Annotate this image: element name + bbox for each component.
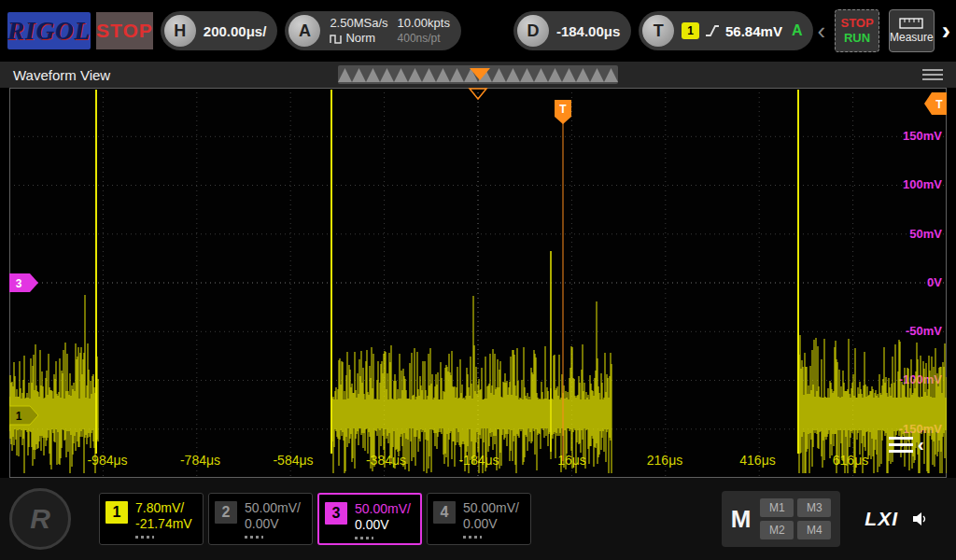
acquire-mode-icon	[330, 32, 342, 45]
trigger-source-badge: 1	[682, 22, 699, 39]
channel-3-scale: 50.00mV/	[355, 501, 411, 517]
math-m1-button[interactable]: M1	[760, 498, 794, 517]
a-icon: A	[288, 15, 320, 47]
trigger-status: A	[792, 22, 803, 39]
channel-1-offset: -21.74mV	[135, 516, 192, 532]
voltage-label: 50mV	[909, 227, 942, 241]
trigger-level-label: T	[935, 98, 943, 111]
sample-rate-value: 2.50MSa/s	[330, 16, 387, 31]
top-toolbar: RIGOL STOP H 200.00μs/ A 2.50MSa/s Norm …	[0, 0, 956, 62]
ch1-marker-label: 1	[16, 410, 22, 423]
channel-3-coupling-icon	[355, 537, 373, 539]
oscilloscope-screen: RIGOL STOP H 200.00μs/ A 2.50MSa/s Norm …	[0, 0, 956, 560]
trigger-settings-button[interactable]: T 1 56.84mV A	[639, 11, 813, 50]
time-label: -984μs	[87, 453, 127, 468]
math-m4-button[interactable]: M4	[797, 521, 831, 539]
delay-settings-button[interactable]: D -184.00μs	[513, 11, 631, 50]
rigol-badge-icon: R	[9, 488, 71, 550]
time-label: 416μs	[739, 453, 775, 468]
acquire-mode-value: Norm	[345, 31, 375, 46]
ruler-icon	[899, 18, 923, 29]
time-label: -584μs	[273, 453, 313, 468]
voltage-label: 0V	[927, 275, 942, 289]
horizontal-settings-button[interactable]: H 200.00μs/	[161, 11, 278, 50]
channel-4-box[interactable]: 4 50.00mV/ 0.00V	[427, 493, 531, 545]
channel-1-number: 1	[105, 501, 128, 524]
stop-label: STOP	[840, 16, 873, 31]
bottom-status-bar: R 1 7.80mV/ -21.74mV 2 50.00mV/ 0.00V 3 …	[0, 478, 956, 560]
acquisition-status: STOP	[96, 12, 153, 49]
channel-2-coupling-icon	[245, 536, 263, 539]
run-label: RUN	[844, 31, 870, 46]
grid-menu-toggle[interactable]: ‹	[889, 435, 924, 454]
rigol-logo: RIGOL	[7, 12, 91, 49]
trigger-level-value: 56.84mV	[725, 23, 782, 39]
menu-icon[interactable]	[922, 69, 943, 80]
menu-lines-icon	[889, 437, 913, 453]
waveform-grid: 150mV100mV50mV0V-50mV-100mV-150mV-984μs-…	[9, 88, 947, 478]
channel-4-number: 4	[433, 501, 456, 524]
channel-1-coupling-icon	[135, 536, 154, 539]
measure-button[interactable]: Measure	[889, 9, 935, 52]
channel-2-scale: 50.00mV/	[245, 500, 301, 516]
lxi-panel: LXI	[865, 508, 930, 530]
math-panel: M M1 M3 M2 M4	[722, 491, 841, 547]
voltage-label: 100mV	[903, 177, 942, 191]
h-icon: H	[164, 15, 196, 47]
channel-2-box[interactable]: 2 50.00mV/ 0.00V	[208, 493, 313, 545]
math-m2-button[interactable]: M2	[760, 521, 794, 539]
channel-3-offset: 0.00V	[355, 517, 411, 533]
speaker-icon[interactable]	[911, 511, 930, 527]
voltage-label: -50mV	[906, 324, 942, 338]
sample-interval-value: 400ns/pt	[398, 31, 450, 46]
channel-3-box[interactable]: 3 50.00mV/ 0.00V	[317, 493, 422, 545]
lxi-logo: LXI	[865, 508, 898, 530]
waveform-view-tabbar: Waveform View	[0, 62, 956, 88]
collapse-chevron-icon: ‹	[918, 435, 924, 454]
time-label: 216μs	[647, 453, 682, 468]
horizontal-scale-value: 200.00μs/	[204, 23, 267, 39]
math-label: M	[731, 505, 752, 534]
channel-4-coupling-icon	[463, 536, 482, 539]
toolbar-next-icon[interactable]: ›	[942, 18, 950, 44]
channel-1-scale: 7.80mV/	[135, 500, 192, 516]
channel-1-box[interactable]: 1 7.80mV/ -21.74mV	[99, 493, 204, 545]
stop-run-button[interactable]: STOP RUN	[835, 9, 879, 52]
delay-value: -184.00μs	[556, 23, 620, 39]
waveform-view-title: Waveform View	[13, 67, 110, 83]
math-m3-button[interactable]: M3	[797, 498, 831, 517]
d-icon: D	[517, 15, 549, 47]
channel-2-number: 2	[215, 501, 237, 524]
memory-depth-value: 10.00kpts	[398, 16, 450, 31]
time-label: -784μs	[180, 453, 220, 468]
channel-4-scale: 50.00mV/	[463, 500, 519, 516]
channel-3-number: 3	[325, 502, 347, 525]
channel-2-offset: 0.00V	[245, 516, 301, 532]
horizontal-position-scrollbar[interactable]	[338, 65, 618, 84]
voltage-label: 150mV	[903, 129, 942, 143]
ch3-position-marker[interactable]	[9, 273, 38, 292]
toolbar-prev-icon[interactable]: ‹	[813, 19, 829, 43]
trigger-flag-label: T	[559, 103, 567, 116]
trigger-slope-icon	[705, 23, 720, 38]
ch3-marker-label: 3	[16, 277, 22, 290]
acquisition-settings-button[interactable]: A 2.50MSa/s Norm 10.00kpts 400ns/pt	[285, 11, 461, 50]
measure-label: Measure	[890, 31, 934, 44]
channel-4-offset: 0.00V	[463, 516, 519, 532]
t-icon: T	[642, 15, 674, 47]
